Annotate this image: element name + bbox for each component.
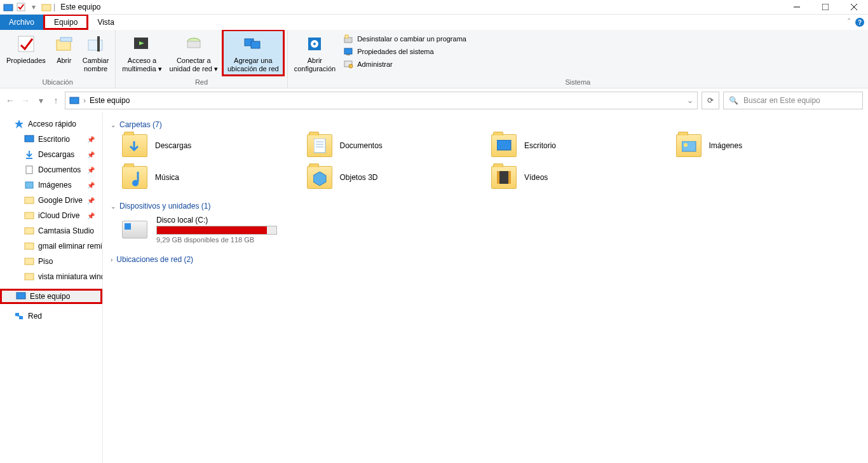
svg-rect-9	[60, 38, 72, 41]
forward-button[interactable]: →	[20, 95, 31, 106]
tree-item-icloud-drive[interactable]: iCloud Drive📌	[0, 208, 102, 223]
up-button[interactable]: ↑	[51, 95, 61, 106]
tree-item-google-drive[interactable]: Google Drive📌	[0, 193, 102, 208]
svg-rect-35	[25, 228, 34, 234]
svg-point-50	[132, 180, 139, 186]
svg-rect-39	[17, 293, 25, 299]
svg-rect-0	[4, 4, 13, 11]
map-drive-icon	[184, 34, 204, 54]
tree-item-piso[interactable]: Piso	[0, 254, 102, 269]
propiedades-sistema-button[interactable]: Propiedades del sistema	[339, 45, 470, 58]
search-icon: 🔍	[729, 96, 738, 105]
svg-point-26	[349, 64, 353, 68]
svg-rect-15	[187, 41, 200, 48]
open-icon	[54, 34, 74, 54]
tree-item-documentos[interactable]: Documentos📌	[0, 162, 102, 177]
tree-este-equipo[interactable]: Este equipo	[0, 289, 102, 304]
chevron-right-icon[interactable]: ›	[83, 96, 86, 105]
tree-item-descargas[interactable]: Descargas📌	[0, 147, 102, 162]
propiedades-button[interactable]: Propiedades	[3, 31, 50, 66]
svg-point-49	[684, 143, 688, 147]
drive-c[interactable]: Disco local (C:) 9,29 GB disponibles de …	[122, 216, 860, 244]
svg-rect-27	[70, 97, 79, 104]
folder-icon	[24, 195, 34, 205]
manage-icon	[343, 59, 353, 69]
recent-locations-button[interactable]: ▾	[36, 95, 46, 106]
minimize-button[interactable]	[782, 0, 811, 15]
chevron-down-icon: ⌄	[111, 203, 116, 210]
tab-equipo[interactable]: Equipo	[43, 15, 88, 30]
svg-rect-40	[15, 313, 19, 316]
acceso-multimedia-button[interactable]: Acceso a multimedia ▾	[118, 31, 165, 74]
tree-item-vista-miniatura[interactable]: vista miniatura wind	[0, 269, 102, 284]
folder-icon	[307, 134, 332, 157]
svg-rect-47	[497, 140, 511, 150]
ribbon-group-label: Sistema	[288, 77, 868, 88]
svg-rect-32	[25, 182, 33, 188]
tree-quick-access[interactable]: Acceso rápido	[0, 116, 102, 132]
tree-item-imagenes[interactable]: Imágenes📌	[0, 177, 102, 193]
administrar-button[interactable]: Administrar	[339, 58, 470, 71]
folder-icon	[24, 272, 34, 282]
drive-free-text: 9,29 GB disponibles de 118 GB	[156, 236, 277, 244]
folder-imagenes[interactable]: Imágenes	[676, 134, 861, 157]
tree-item-camtasia[interactable]: Camtasia Studio	[0, 223, 102, 238]
svg-rect-29	[25, 135, 34, 142]
svg-rect-38	[25, 273, 34, 280]
agregar-ubicacion-red-button[interactable]: Agregar una ubicación de red	[222, 29, 285, 76]
cambiar-nombre-button[interactable]: Cambiar nombre	[79, 31, 113, 74]
section-carpetas[interactable]: ⌄ Carpetas (7)	[111, 118, 860, 134]
address-bar[interactable]: › Este equipo ⌄	[65, 92, 698, 109]
folder-icon	[24, 241, 34, 251]
back-button[interactable]: ←	[5, 95, 15, 106]
tab-archivo[interactable]: Archivo	[0, 15, 43, 30]
folder-descargas[interactable]: Descargas	[122, 134, 307, 157]
folder-videos[interactable]: Vídeos	[491, 166, 676, 189]
conectar-unidad-button[interactable]: Conectar a unidad de red ▾	[166, 31, 222, 74]
qat-properties-icon[interactable]	[15, 1, 27, 13]
system-menu-icon[interactable]	[3, 1, 14, 13]
uninstall-icon	[343, 34, 353, 44]
chevron-right-icon: ›	[111, 256, 112, 263]
search-box[interactable]: 🔍 Buscar en Este equipo	[723, 92, 863, 109]
drive-usage-bar	[156, 226, 277, 235]
svg-rect-33	[25, 197, 34, 204]
ribbon: Propiedades Abrir Cambiar nombre Ubicaci…	[0, 30, 868, 88]
svg-marker-51	[313, 172, 326, 186]
abrir-configuracion-button[interactable]: Abrir configuración	[290, 31, 339, 74]
folder-musica[interactable]: Música	[122, 166, 307, 189]
close-button[interactable]	[839, 0, 868, 15]
ribbon-group-ubicacion: Propiedades Abrir Cambiar nombre Ubicaci…	[0, 30, 116, 88]
address-dropdown-icon[interactable]: ⌄	[687, 96, 693, 105]
quick-access-icon	[14, 119, 24, 129]
folder-escritorio[interactable]: Escritorio	[491, 134, 676, 157]
pc-icon	[16, 291, 26, 301]
settings-icon	[304, 34, 325, 54]
maximize-button[interactable]	[811, 0, 839, 15]
section-dispositivos[interactable]: ⌄ Dispositivos y unidades (1)	[111, 199, 860, 216]
tab-vista[interactable]: Vista	[88, 15, 123, 30]
tree-item-escritorio[interactable]: Escritorio📌	[0, 132, 102, 147]
help-icon[interactable]: ?	[855, 18, 864, 27]
tree-red[interactable]: Red	[0, 308, 102, 324]
section-ubicaciones-red[interactable]: › Ubicaciones de red (2)	[111, 252, 860, 269]
system-properties-icon	[343, 46, 353, 57]
tree-item-gmail[interactable]: gmail eliminar remi	[0, 238, 102, 254]
abrir-button[interactable]: Abrir	[50, 31, 79, 66]
refresh-button[interactable]: ⟳	[702, 92, 719, 109]
svg-rect-48	[682, 141, 696, 151]
qat-dropdown-icon[interactable]: ▾	[28, 1, 39, 13]
svg-rect-41	[19, 316, 23, 319]
ribbon-group-red: Acceso a multimedia ▾ Conectar a unidad …	[116, 30, 287, 88]
nav-bar: ← → ▾ ↑ › Este equipo ⌄ ⟳ 🔍 Buscar en Es…	[0, 88, 868, 113]
svg-rect-23	[344, 48, 352, 54]
svg-rect-7	[18, 36, 34, 52]
ribbon-group-label: Red	[116, 77, 287, 88]
folder-objetos3d[interactable]: Objetos 3D	[307, 166, 492, 189]
ribbon-collapse-icon[interactable]: ˆ	[848, 18, 850, 27]
folder-icon	[122, 134, 147, 157]
breadcrumb[interactable]: Este equipo	[90, 96, 130, 105]
desinstalar-programa-button[interactable]: Desinstalar o cambiar un programa	[339, 32, 470, 45]
drive-icon	[122, 221, 147, 238]
folder-documentos[interactable]: Documentos	[307, 134, 492, 157]
